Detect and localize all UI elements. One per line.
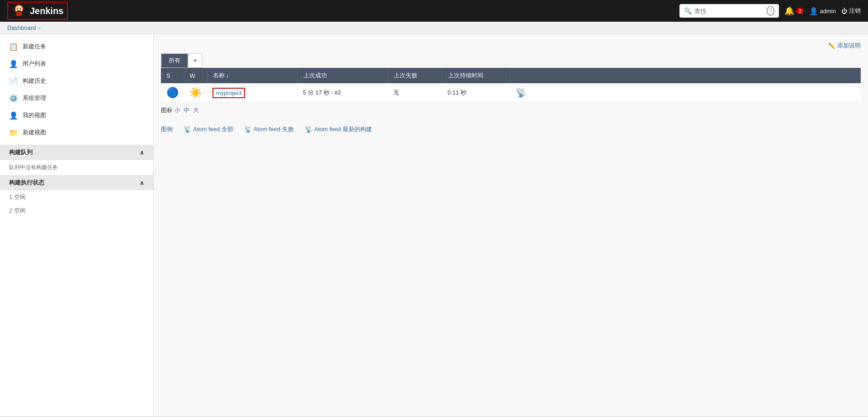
- username-label: admin: [820, 8, 836, 14]
- row-project-name: myproject: [207, 83, 297, 103]
- atom-fail-icon: 📡: [244, 126, 252, 133]
- bottom-links: 图例 📡 Atom feed 全部 📡 Atom feed 失败 📡 Atom …: [161, 125, 861, 133]
- atom-feed-latest-link[interactable]: 📡 Atom feed 最新的构建: [305, 125, 372, 133]
- sidebar-label-build-history: 构建历史: [23, 77, 46, 85]
- build-queue-title: 构建队列: [9, 148, 33, 156]
- row-rss-icon: 📡: [510, 83, 861, 103]
- bell-icon: 🔔: [784, 6, 794, 16]
- svg-point-5: [20, 8, 21, 9]
- svg-point-4: [17, 8, 19, 9]
- tab-all[interactable]: 所有: [161, 53, 188, 68]
- rss-icon: 📡: [515, 88, 527, 98]
- atom-all-label: Atom feed 全部: [193, 125, 233, 133]
- executor-1-label: 1 空闲: [9, 194, 26, 200]
- row-last-fail: 无: [388, 83, 442, 103]
- executor-2: 2 空闲: [0, 204, 153, 218]
- last-success-value: 5 分 17 秒 - #2: [303, 89, 341, 96]
- col-header-name[interactable]: 名称 ↓: [207, 68, 297, 83]
- logo[interactable]: Jenkins: [7, 2, 68, 20]
- icon-size-small[interactable]: 小: [175, 107, 180, 114]
- logo-text: Jenkins: [30, 6, 63, 16]
- breadcrumb: Dashboard ›: [0, 22, 868, 34]
- search-icon: 🔍: [684, 7, 692, 14]
- atom-feed-all-link[interactable]: 📡 Atom feed 全部: [184, 125, 233, 133]
- add-description-area: ✏️ 添加说明: [161, 42, 861, 50]
- svg-rect-3: [16, 12, 22, 16]
- new-task-icon: 📋: [9, 42, 18, 51]
- build-history-icon: 📄: [9, 76, 18, 85]
- col-header-w: W: [184, 68, 207, 83]
- build-exec-section[interactable]: 构建执行状态 ∧: [0, 175, 153, 190]
- icon-size-row: 图标 小 中 大: [161, 103, 861, 118]
- atom-fail-label: Atom feed 失败: [254, 125, 294, 133]
- add-description-label: 添加说明: [837, 42, 861, 50]
- sidebar-label-my-views: 我的视图: [23, 111, 46, 119]
- tab-add-icon: +: [193, 57, 197, 64]
- system-admin-icon: ⚙️: [9, 94, 18, 103]
- sidebar-item-system-admin[interactable]: ⚙️ 系统管理: [0, 90, 153, 107]
- project-link[interactable]: myproject: [212, 88, 245, 98]
- main-content: ✏️ 添加说明 所有 + S W 名称 ↓ 上次成功 上次失败 上: [154, 34, 868, 416]
- search-input[interactable]: [694, 8, 764, 14]
- row-last-duration: 0.11 秒: [442, 83, 510, 103]
- row-last-success: 5 分 17 秒 - #2: [297, 83, 388, 103]
- tab-add-button[interactable]: +: [188, 53, 202, 68]
- row-status-w: ☀️: [184, 83, 207, 103]
- atom-all-icon: 📡: [184, 126, 191, 133]
- sidebar-item-new-task[interactable]: 📋 新建任务: [0, 38, 153, 55]
- jenkins-logo-icon: [12, 4, 26, 18]
- atom-feed-fail-link[interactable]: 📡 Atom feed 失败: [244, 125, 294, 133]
- build-queue-collapse-icon: ∧: [140, 149, 144, 156]
- breadcrumb-home[interactable]: Dashboard: [7, 24, 36, 31]
- legend-label: 图例: [161, 125, 173, 133]
- atom-latest-icon: 📡: [305, 126, 312, 133]
- breadcrumb-separator: ›: [39, 24, 41, 31]
- tab-all-label: 所有: [169, 57, 180, 64]
- user-area[interactable]: 👤 admin: [809, 7, 836, 15]
- logout-button[interactable]: ⏻ 注销: [841, 7, 861, 15]
- last-fail-value: 无: [393, 89, 399, 96]
- notification-button[interactable]: 🔔 2: [784, 6, 803, 16]
- col-header-last-success: 上次成功: [297, 68, 388, 83]
- help-icon[interactable]: ?: [767, 6, 775, 16]
- user-icon: 👤: [809, 7, 818, 15]
- add-description-link[interactable]: ✏️ 添加说明: [828, 42, 861, 50]
- build-queue-section[interactable]: 构建队列 ∧: [0, 145, 153, 160]
- executor-2-label: 2 空闲: [9, 207, 26, 214]
- build-queue-empty: 队列中没有构建任务: [0, 160, 153, 175]
- row-status-s: 🔵: [161, 83, 184, 103]
- icon-size-medium[interactable]: 中: [184, 107, 189, 114]
- col-header-last-duration: 上次持续时间: [442, 68, 510, 83]
- col-header-extra: [510, 68, 861, 83]
- notification-badge: 2: [796, 8, 803, 14]
- main-layout: 📋 新建任务 👤 用户列表 📄 构建历史 ⚙️ 系统管理 👤 我的视图 📁: [0, 34, 868, 416]
- logout-label: 注销: [849, 7, 861, 15]
- status-icon-blue: 🔵: [166, 87, 179, 98]
- col-header-s: S: [161, 68, 184, 83]
- sidebar-item-build-history[interactable]: 📄 构建历史: [0, 72, 153, 90]
- sidebar-nav: 📋 新建任务 👤 用户列表 📄 构建历史 ⚙️ 系统管理 👤 我的视图 📁: [0, 34, 153, 145]
- table-header-row: S W 名称 ↓ 上次成功 上次失败 上次持续时间: [161, 68, 861, 83]
- table-row: 🔵 ☀️ myproject 5 分 17 秒 - #2 无: [161, 83, 861, 103]
- my-views-icon: 👤: [9, 111, 18, 120]
- sidebar-label-new-task: 新建任务: [23, 43, 46, 51]
- jobs-table: S W 名称 ↓ 上次成功 上次失败 上次持续时间 🔵 ☀️: [161, 68, 861, 103]
- sidebar: 📋 新建任务 👤 用户列表 📄 构建历史 ⚙️ 系统管理 👤 我的视图 📁: [0, 34, 154, 416]
- view-tabs: 所有 +: [161, 53, 861, 68]
- legend-link[interactable]: 图例: [161, 125, 173, 133]
- build-exec-collapse-icon: ∧: [140, 180, 144, 186]
- new-view-icon: 📁: [9, 128, 18, 137]
- sidebar-item-new-view[interactable]: 📁 新建视图: [0, 124, 153, 141]
- col-header-last-fail: 上次失败: [388, 68, 442, 83]
- icon-sizes-label: 图标: [161, 107, 173, 114]
- sidebar-label-new-view: 新建视图: [23, 128, 46, 137]
- logout-icon: ⏻: [841, 8, 847, 14]
- icon-size-large[interactable]: 大: [193, 107, 199, 114]
- edit-icon: ✏️: [828, 43, 835, 49]
- sidebar-item-user-list[interactable]: 👤 用户列表: [0, 55, 153, 72]
- build-queue-empty-msg: 队列中没有构建任务: [9, 164, 58, 171]
- last-duration-value: 0.11 秒: [448, 89, 467, 96]
- sidebar-item-my-views[interactable]: 👤 我的视图: [0, 107, 153, 124]
- weather-icon-sun: ☀️: [189, 87, 202, 98]
- atom-latest-label: Atom feed 最新的构建: [314, 125, 372, 133]
